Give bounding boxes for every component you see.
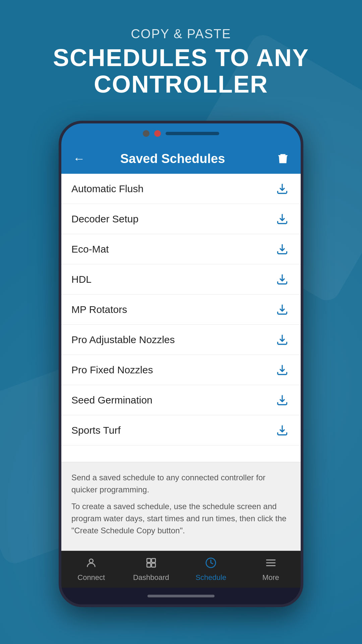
trash-button[interactable] (275, 150, 291, 167)
header-title: SCHEDULES TO ANY CONTROLLER (0, 45, 362, 98)
list-item[interactable]: Pro Adjustable Nozzles (61, 325, 301, 355)
info-text-2: To create a saved schedule, use the sche… (71, 500, 291, 537)
schedule-name: Pro Adjustable Nozzles (71, 334, 175, 345)
schedule-name: Seed Germination (71, 394, 153, 406)
svg-rect-5 (152, 563, 155, 567)
list-container: Automatic Flush Decoder Setup (61, 174, 301, 462)
phone-frame: ← Saved Schedules (59, 121, 303, 607)
download-button[interactable] (274, 211, 291, 227)
nav-dashboard[interactable]: Dashboard (121, 551, 181, 588)
schedules-list: Automatic Flush Decoder Setup (61, 174, 301, 551)
dashboard-icon (145, 557, 157, 571)
nav-schedule[interactable]: Schedule (181, 551, 241, 588)
list-item[interactable]: Sports Turf (61, 415, 301, 445)
camera-lens (154, 130, 161, 137)
download-button[interactable] (274, 392, 291, 409)
schedule-name: MP Rotators (71, 304, 127, 315)
svg-rect-4 (147, 563, 150, 567)
svg-rect-2 (147, 558, 150, 562)
download-button[interactable] (274, 422, 291, 439)
nav-more[interactable]: More (241, 551, 301, 588)
schedule-name: Decoder Setup (71, 213, 138, 225)
nav-connect[interactable]: Connect (61, 551, 121, 588)
notch (166, 132, 219, 135)
nav-dashboard-label: Dashboard (133, 573, 169, 582)
download-button[interactable] (274, 301, 291, 318)
svg-rect-3 (152, 558, 155, 562)
list-item[interactable]: Decoder Setup (61, 204, 301, 234)
home-indicator (61, 588, 301, 604)
list-item[interactable]: Eco-Mat (61, 234, 301, 264)
person-icon (85, 557, 97, 571)
nav-more-label: More (262, 573, 279, 582)
list-item[interactable]: Pro Fixed Nozzles (61, 355, 301, 385)
more-icon (265, 557, 277, 571)
download-button[interactable] (274, 180, 291, 197)
schedule-name: HDL (71, 274, 92, 285)
home-bar (147, 595, 215, 597)
download-button[interactable] (274, 362, 291, 378)
nav-schedule-label: Schedule (195, 573, 226, 582)
app-title: Saved Schedules (71, 152, 275, 166)
nav-connect-label: Connect (77, 573, 105, 582)
status-bar (61, 123, 301, 144)
list-item[interactable]: Automatic Flush (61, 174, 301, 204)
info-box: Send a saved schedule to any connected c… (61, 462, 301, 551)
schedule-name: Eco-Mat (71, 244, 109, 255)
schedule-icon (205, 557, 217, 571)
svg-point-1 (89, 559, 93, 562)
download-button[interactable] (274, 271, 291, 288)
download-button[interactable] (274, 241, 291, 258)
bottom-navigation: Connect Dashboard (61, 551, 301, 588)
schedule-name: Automatic Flush (71, 183, 143, 195)
schedule-name: Sports Turf (71, 425, 121, 436)
app-header: ← Saved Schedules (61, 144, 301, 174)
header-subtitle: COPY & PASTE (0, 27, 362, 41)
trash-icon (277, 153, 289, 165)
download-button[interactable] (274, 331, 291, 348)
list-item[interactable]: MP Rotators (61, 294, 301, 325)
camera-sensor (143, 130, 149, 137)
list-item[interactable]: Seed Germination (61, 385, 301, 415)
schedule-name: Pro Fixed Nozzles (71, 364, 153, 376)
page-header: COPY & PASTE SCHEDULES TO ANY CONTROLLER (0, 0, 362, 98)
list-item[interactable]: HDL (61, 264, 301, 294)
info-text-1: Send a saved schedule to any connected c… (71, 472, 291, 496)
